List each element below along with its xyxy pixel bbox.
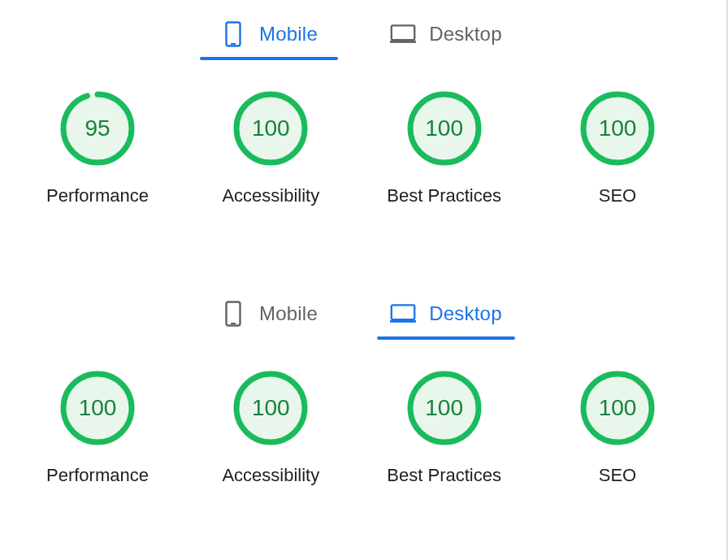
metric-performance: 100 Performance bbox=[16, 369, 179, 486]
metric-label: Performance bbox=[46, 185, 149, 206]
metric-label: Performance bbox=[46, 465, 149, 486]
score-gauge: 95 bbox=[58, 89, 136, 167]
svg-rect-11 bbox=[390, 320, 416, 323]
score-gauge: 100 bbox=[58, 369, 136, 447]
metric-seo: 100 SEO bbox=[536, 369, 699, 486]
svg-rect-10 bbox=[392, 305, 414, 319]
metric-label: SEO bbox=[599, 185, 636, 206]
metric-accessibility: 100 Accessibility bbox=[189, 89, 352, 206]
score-value: 100 bbox=[405, 369, 483, 447]
score-value: 100 bbox=[578, 369, 656, 447]
tab-label: Desktop bbox=[429, 23, 501, 46]
score-gauge: 100 bbox=[232, 89, 310, 167]
svg-rect-0 bbox=[227, 23, 240, 46]
score-value: 100 bbox=[58, 369, 136, 447]
metrics-row: 95 Performance 100 Accessibility 100 bbox=[8, 67, 707, 206]
score-gauge: 100 bbox=[405, 369, 483, 447]
tab-underline bbox=[200, 336, 338, 340]
score-value: 95 bbox=[58, 89, 136, 167]
desktop-icon bbox=[390, 301, 416, 327]
tab-desktop[interactable]: Desktop bbox=[377, 297, 515, 340]
score-gauge: 100 bbox=[578, 89, 656, 167]
mobile-icon bbox=[220, 301, 246, 327]
tab-underline bbox=[200, 57, 338, 60]
mobile-icon bbox=[220, 21, 246, 47]
tab-underline bbox=[377, 336, 515, 340]
lighthouse-section-mobile: Mobile Desktop bbox=[8, 0, 707, 206]
tab-label: Mobile bbox=[259, 302, 318, 325]
score-value: 100 bbox=[232, 369, 310, 447]
svg-rect-2 bbox=[392, 25, 414, 40]
tab-desktop[interactable]: Desktop bbox=[377, 18, 515, 60]
metric-accessibility: 100 Accessibility bbox=[189, 369, 352, 486]
tab-underline bbox=[377, 57, 515, 60]
metric-best-practices: 100 Best Practices bbox=[363, 369, 526, 486]
svg-rect-8 bbox=[227, 302, 240, 326]
metric-label: Best Practices bbox=[387, 185, 501, 206]
tab-mobile[interactable]: Mobile bbox=[200, 297, 338, 340]
score-value: 100 bbox=[405, 89, 483, 167]
metric-label: Accessibility bbox=[222, 185, 319, 206]
score-gauge: 100 bbox=[232, 369, 310, 447]
metric-label: Best Practices bbox=[387, 465, 501, 486]
svg-rect-3 bbox=[390, 41, 416, 43]
score-value: 100 bbox=[578, 89, 656, 167]
score-gauge: 100 bbox=[578, 369, 656, 447]
tab-label: Desktop bbox=[429, 302, 501, 325]
tab-label: Mobile bbox=[259, 23, 318, 46]
device-tabs: Mobile Desktop bbox=[8, 0, 707, 67]
score-value: 100 bbox=[232, 89, 310, 167]
device-tabs: Mobile Desktop bbox=[8, 280, 707, 346]
metric-label: Accessibility bbox=[222, 465, 319, 486]
lighthouse-section-desktop: Mobile Desktop bbox=[8, 280, 707, 486]
metric-seo: 100 SEO bbox=[536, 89, 699, 206]
metric-label: SEO bbox=[599, 465, 636, 486]
metric-best-practices: 100 Best Practices bbox=[363, 89, 526, 206]
desktop-icon bbox=[390, 21, 416, 47]
score-gauge: 100 bbox=[405, 89, 483, 167]
metrics-row: 100 Performance 100 Accessibility 100 bbox=[8, 346, 707, 486]
tab-mobile[interactable]: Mobile bbox=[200, 18, 338, 60]
metric-performance: 95 Performance bbox=[16, 89, 179, 206]
